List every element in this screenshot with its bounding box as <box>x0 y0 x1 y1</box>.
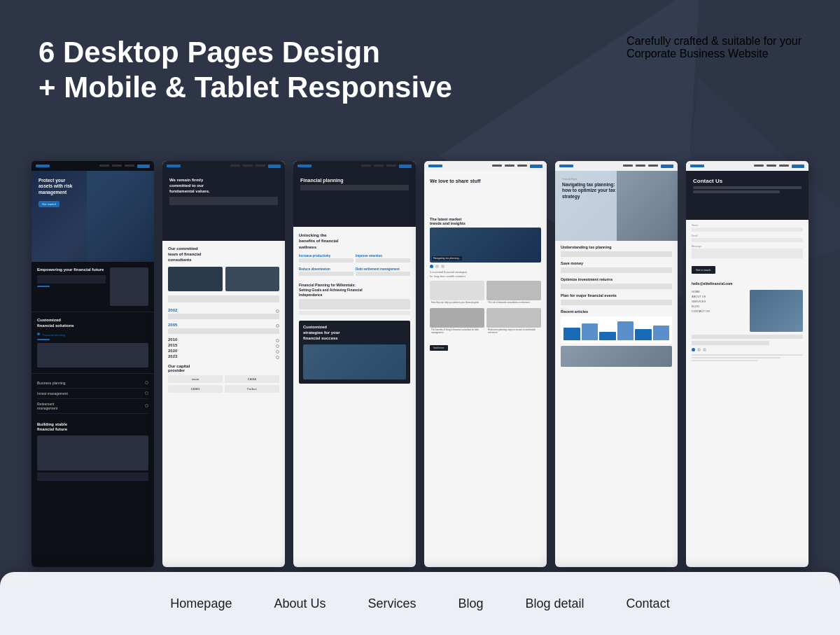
dot-1 <box>435 265 439 268</box>
page1-section1-sub <box>37 275 106 284</box>
page6-bottom-text-2 <box>692 341 769 345</box>
nav-about-us[interactable]: About Us <box>274 596 326 611</box>
page6-contact-info: hello@elitefinancial.com <box>692 281 803 286</box>
mini-nav-5 <box>555 161 678 171</box>
page1-section2-link-row: Financial planning <box>37 331 148 337</box>
bar-2 <box>582 323 598 340</box>
grid-img-2 <box>486 281 541 300</box>
page2-img-row <box>168 267 279 291</box>
timeline-dot <box>276 356 279 359</box>
mini-nav-6 <box>686 161 808 171</box>
footer-line-2 <box>692 357 780 358</box>
nav-homepage[interactable]: Homepage <box>170 596 232 611</box>
feature-text-4 <box>356 272 410 276</box>
nav-link-about: ABOUT US <box>692 295 746 298</box>
page1-cta: Get started <box>38 201 59 207</box>
bottom-nav: Homepage About Us Services Blog Blog det… <box>0 572 840 635</box>
header: 6 Desktop Pages Design + Mobile & Tablet… <box>38 35 802 106</box>
page1-blue-dot <box>37 333 40 335</box>
page1-link: Financial planning <box>43 333 65 337</box>
mini-logo-2 <box>167 165 181 167</box>
mini-nav-item <box>492 165 502 167</box>
page2-section-title: Our committedteam of financialconsultant… <box>168 246 279 263</box>
preview-contact[interactable]: Contact Us Name Email Message Get in tou… <box>686 161 808 567</box>
bar-4 <box>617 321 634 340</box>
page-title: 6 Desktop Pages Design + Mobile & Tablet… <box>38 35 452 106</box>
bar-3 <box>599 332 616 340</box>
bar-6 <box>653 326 670 340</box>
page4-subtitle: The latest markettrends and insights <box>430 217 541 225</box>
page6-body: Name Email Message Get in touch hello@el… <box>686 220 808 367</box>
mini-nav-item <box>636 165 645 167</box>
page6-contact-img <box>750 290 804 332</box>
preview-blog-detail[interactable]: Financial Pages Navigating tax planning:… <box>555 161 678 567</box>
preview-blog[interactable]: We love to share stuff The latest market… <box>424 161 547 567</box>
page6-links-col: HOME ABOUT US SERVICES BLOG CONTACT US <box>692 290 746 332</box>
page1-section1-title: Empowering your financial future <box>37 267 106 273</box>
grid-cap-1: How they can help you achieve your finan… <box>430 300 484 306</box>
page3-big-section: Customizedstrategies for yourfinancial s… <box>299 321 410 383</box>
nav-services[interactable]: Services <box>368 596 416 611</box>
mini-nav-item <box>754 165 764 167</box>
chart-bars <box>564 319 669 340</box>
page1-dot-2 <box>145 391 148 395</box>
page2-capital-title: Our capitalprovider <box>168 364 279 372</box>
page2-hero: We remain firmlycommitted to ourfundamen… <box>162 171 285 241</box>
preview-about[interactable]: We remain firmlycommitted to ourfundamen… <box>162 161 285 567</box>
feature-2: Improve retention <box>356 253 410 264</box>
page4-grid-item-1: How they can help you achieve your finan… <box>430 281 484 306</box>
grid-img-1 <box>430 281 484 300</box>
page4-grid-item-3: The benefits of hiring a financial consu… <box>430 308 484 336</box>
mini-nav-2 <box>162 161 285 171</box>
mini-nav-item <box>361 165 371 167</box>
page1-section1-content: Empowering your financial future <box>37 267 106 287</box>
logo-zoom: zoom <box>168 375 223 383</box>
page5-text-4 <box>561 300 672 305</box>
mini-nav-item <box>766 165 776 167</box>
preview-services[interactable]: Financial planning Unlocking thebenefits… <box>293 161 416 567</box>
page1-section2-btn <box>37 339 50 340</box>
page4-body: The latest markettrends and insights Nav… <box>424 213 547 356</box>
page5-body: Understanding tax planning Save money Op… <box>555 241 678 371</box>
page5-text-2 <box>561 267 672 273</box>
page2-img-1 <box>168 267 223 291</box>
page6-img-col <box>750 290 804 332</box>
preview-home[interactable]: Protect yourassets with riskmanagement G… <box>31 161 154 567</box>
page1-hero-text: Protect yourassets with riskmanagement <box>38 178 98 195</box>
mini-nav-item <box>648 165 658 167</box>
page4-grid-item-2: The role of financial consultants in ret… <box>486 281 541 306</box>
page1-hero: Protect yourassets with riskmanagement G… <box>31 171 154 262</box>
page3-section2: Financial Planning for Millennials:Setti… <box>299 283 410 315</box>
hero-sub-line1 <box>693 186 802 189</box>
input-name <box>692 228 803 232</box>
page4-hero: We love to share stuff <box>424 171 547 213</box>
bar-5 <box>635 329 652 341</box>
pages-preview: Protect yourassets with riskmanagement G… <box>31 161 808 567</box>
feature-text-3 <box>299 272 354 276</box>
page2-img-2 <box>225 267 280 291</box>
page5-section-title-4: Plan for major financial events <box>561 293 672 298</box>
page4-main-img: Navigating tax planning... <box>430 228 541 263</box>
subtitle-line2: Corporate Business Website <box>626 48 802 60</box>
page1-footer-img <box>37 435 148 470</box>
mini-logo-3 <box>298 165 312 167</box>
page4-dots <box>430 265 541 268</box>
page6-hero: Contact Us <box>686 171 808 220</box>
page4-hero-text: We love to share stuff <box>430 178 541 184</box>
page1-footer-section: Building stablefinancial future <box>31 418 154 486</box>
mini-nav-btn-2 <box>268 165 281 168</box>
page3-body: Unlocking thebenefits of financialwellne… <box>293 227 416 389</box>
page2-year-row-5: 2020 <box>168 349 279 354</box>
page5-section-title-2: Save money <box>561 261 672 265</box>
input-email <box>692 238 803 242</box>
grid-cap-4: Retirement planning: steps to ensure a c… <box>486 328 541 336</box>
page3-big-img <box>303 344 406 379</box>
timeline-dot <box>276 344 279 348</box>
nav-blog-detail[interactable]: Blog detail <box>526 596 584 611</box>
nav-contact[interactable]: Contact <box>626 596 670 611</box>
page2-body: Our committedteam of financialconsultant… <box>162 241 285 403</box>
mini-logo-6 <box>690 165 704 167</box>
dot-2 <box>441 265 444 268</box>
page1-section2-title: Customizedfinancial solutions <box>37 318 148 329</box>
nav-blog[interactable]: Blog <box>458 596 484 611</box>
